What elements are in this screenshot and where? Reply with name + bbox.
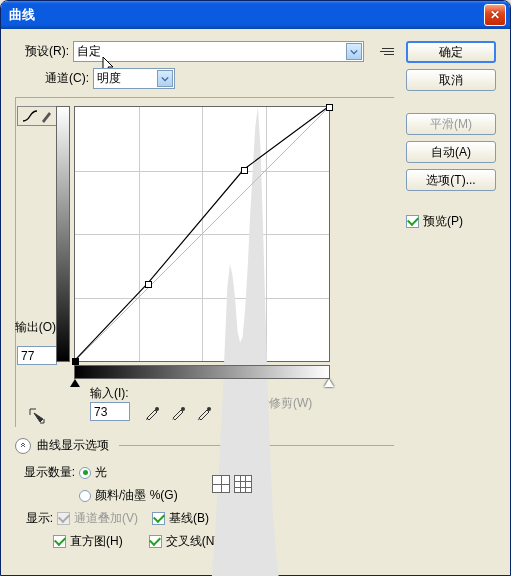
output-gradient [56,106,70,362]
curve-point[interactable] [241,167,248,174]
curves-panel: 输出(O): [15,97,394,427]
preset-combo[interactable]: 自定 [73,41,364,62]
curve-icon [22,109,38,123]
target-adjust-icon[interactable] [26,405,48,427]
pencil-icon [40,109,52,123]
chevron-down-icon [346,43,362,60]
channel-combo[interactable]: 明度 [93,68,175,89]
cancel-button[interactable]: 取消 [406,69,496,91]
curve-point[interactable] [326,104,333,111]
white-point-slider[interactable] [324,379,334,387]
curves-dialog: 曲线 ✕ 预设(R): 自定 通道(C): 明度 [0,0,511,576]
curve-tool-selector[interactable] [17,106,57,126]
auto-button[interactable]: 自动(A) [406,141,496,163]
options-button[interactable]: 选项(T)... [406,169,496,191]
preset-menu-icon[interactable] [374,42,394,62]
input-gradient[interactable] [74,365,330,379]
curve-graph[interactable] [74,106,330,362]
titlebar[interactable]: 曲线 ✕ [1,1,510,29]
output-label: 输出(O): [15,319,60,336]
channel-label: 通道(C): [33,70,89,87]
show-label: 显示: [15,510,53,527]
curve-line [75,107,329,361]
grid-coarse-icon[interactable] [212,475,230,493]
curve-point[interactable] [145,281,152,288]
output-field[interactable] [17,346,57,365]
chevron-down-icon [157,70,173,87]
collapse-toggle-icon[interactable] [15,438,31,454]
black-point-slider[interactable] [70,379,80,387]
window-title: 曲线 [9,6,484,24]
ok-button[interactable]: 确定 [406,41,496,63]
svg-line-0 [75,107,329,361]
close-button[interactable]: ✕ [484,4,506,26]
preview-checkbox[interactable]: 预览(P) [406,213,496,230]
show-amount-label: 显示数量: [15,464,75,481]
preset-label: 预设(R): [15,43,69,60]
curve-point[interactable] [72,358,79,365]
smooth-button: 平滑(M) [406,113,496,135]
grid-fine-icon[interactable] [234,475,252,493]
